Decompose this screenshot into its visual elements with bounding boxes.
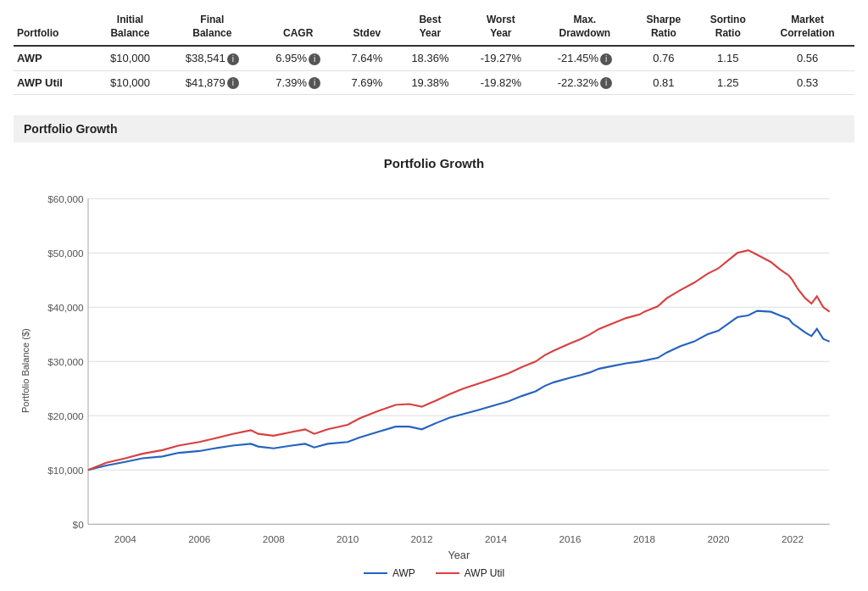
svg-text:$20,000: $20,000: [47, 410, 84, 421]
col-header-final-balance: FinalBalance: [166, 8, 259, 46]
section-header: Portfolio Growth: [14, 115, 854, 142]
cell-final_balance: $41,879i: [166, 70, 259, 95]
svg-text:2016: 2016: [559, 533, 581, 544]
svg-text:$10,000: $10,000: [47, 465, 84, 476]
chart-container: Portfolio Growth Portfolio Balance ($): [14, 142, 854, 586]
chart-legend: AWP AWP Util: [20, 567, 848, 579]
stats-table: Portfolio InitialBalance FinalBalance CA…: [14, 8, 854, 95]
legend-line-awp: [364, 572, 387, 574]
legend-label-awp: AWP: [392, 567, 415, 579]
info-icon[interactable]: i: [227, 53, 239, 65]
chart-svg: $0 $10,000 $20,000 $30,000 $40,000 $50,0…: [34, 181, 848, 560]
col-header-cagr: CAGR: [259, 8, 338, 46]
col-header-sortino-ratio: SortinoRatio: [695, 8, 760, 46]
col-header-sharpe-ratio: SharpeRatio: [632, 8, 696, 46]
info-icon[interactable]: i: [309, 77, 320, 89]
y-axis-label: Portfolio Balance ($): [20, 181, 31, 560]
cell-portfolio: AWP Util: [14, 70, 94, 95]
cell-worst_year: -19.27%: [464, 46, 537, 70]
chart-wrap: Portfolio Balance ($) $0 $10,0: [20, 181, 848, 560]
col-header-market-correlation: MarketCorrelation: [760, 8, 854, 46]
cell-market_correlation: 0.56: [760, 46, 854, 70]
cell-stdev: 7.64%: [337, 46, 396, 70]
svg-text:2020: 2020: [707, 533, 730, 544]
section-title: Portfolio Growth: [24, 122, 117, 136]
col-header-stdev: Stdev: [337, 8, 396, 46]
svg-text:2014: 2014: [485, 533, 508, 544]
cell-max_drawdown: -22.32%i: [537, 70, 632, 95]
col-header-best-year: BestYear: [396, 8, 464, 46]
cell-initial_balance: $10,000: [94, 70, 166, 95]
svg-text:$30,000: $30,000: [47, 356, 84, 367]
cell-final_balance: $38,541i: [166, 46, 259, 70]
svg-text:Year: Year: [448, 549, 470, 560]
svg-text:2022: 2022: [782, 533, 804, 544]
legend-item-awp-util: AWP Util: [436, 567, 504, 579]
cell-cagr: 7.39%i: [259, 70, 338, 95]
awp-util-line: [88, 250, 830, 470]
cell-sortino_ratio: 1.15: [695, 46, 760, 70]
cell-portfolio: AWP: [14, 46, 94, 70]
svg-text:$40,000: $40,000: [47, 302, 84, 313]
cell-max_drawdown: -21.45%i: [537, 46, 632, 70]
cell-sortino_ratio: 1.25: [695, 70, 760, 95]
col-header-portfolio: Portfolio: [14, 8, 94, 46]
info-icon[interactable]: i: [309, 53, 320, 65]
col-header-initial-balance: InitialBalance: [94, 8, 166, 46]
svg-text:2004: 2004: [114, 533, 137, 544]
cell-market_correlation: 0.53: [760, 70, 854, 95]
main-container: Portfolio InitialBalance FinalBalance CA…: [0, 0, 868, 591]
legend-label-awp-util: AWP Util: [465, 567, 504, 579]
cell-stdev: 7.69%: [337, 70, 396, 95]
svg-text:$0: $0: [73, 519, 85, 530]
col-header-worst-year: WorstYear: [464, 8, 537, 46]
svg-text:$50,000: $50,000: [47, 248, 84, 259]
chart-inner: $0 $10,000 $20,000 $30,000 $40,000 $50,0…: [34, 181, 848, 560]
table-row: AWP Util$10,000$41,879i7.39%i7.69%19.38%…: [14, 70, 854, 95]
info-icon[interactable]: i: [227, 77, 239, 89]
chart-title: Portfolio Growth: [20, 156, 848, 170]
svg-text:$60,000: $60,000: [47, 193, 84, 204]
legend-item-awp: AWP: [364, 567, 415, 579]
svg-text:2006: 2006: [188, 533, 210, 544]
cell-initial_balance: $10,000: [94, 46, 166, 70]
cell-cagr: 6.95%i: [259, 46, 338, 70]
svg-text:2012: 2012: [411, 533, 433, 544]
svg-text:2008: 2008: [263, 533, 286, 544]
col-header-max-drawdown: Max.Drawdown: [537, 8, 632, 46]
svg-text:2010: 2010: [337, 533, 359, 544]
cell-best_year: 19.38%: [396, 70, 464, 95]
cell-sharpe_ratio: 0.81: [632, 70, 696, 95]
table-row: AWP$10,000$38,541i6.95%i7.64%18.36%-19.2…: [14, 46, 854, 70]
cell-best_year: 18.36%: [396, 46, 464, 70]
info-icon[interactable]: i: [600, 53, 612, 65]
legend-line-awp-util: [436, 572, 459, 574]
svg-text:2018: 2018: [633, 533, 656, 544]
cell-worst_year: -19.82%: [464, 70, 537, 95]
info-icon[interactable]: i: [600, 77, 612, 89]
cell-sharpe_ratio: 0.76: [632, 46, 696, 70]
